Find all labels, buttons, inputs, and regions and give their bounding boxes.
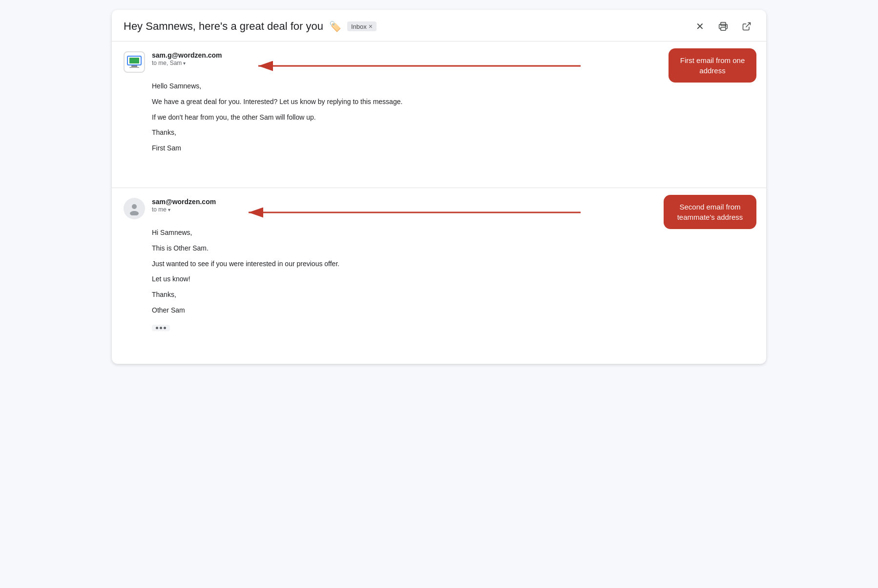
expand-dots-button-2[interactable] <box>152 325 170 331</box>
dots-row-2 <box>124 320 754 331</box>
email-body-1: Hello Samnews, We have a great deal for … <box>124 81 754 154</box>
email-body-line-2-3: Just wanted to see if you were intereste… <box>152 258 754 270</box>
email-from-1: sam.g@wordzen.com <box>152 51 689 59</box>
tag-icon: 🏷️ <box>329 21 341 32</box>
email-body-line-2-4: Let us know! <box>152 273 754 285</box>
email-to-text-2: to me <box>152 206 167 213</box>
email-card-2-inner: sam@wordzen.com to me ▾ ☆ <box>124 198 754 219</box>
thread-header-right: ✕ <box>692 19 754 34</box>
email-body-line-1-3: If we don't hear from you, the other Sam… <box>152 112 754 124</box>
email-body-line-2-6: Other Sam <box>152 305 754 316</box>
to-chevron-1[interactable]: ▾ <box>183 61 186 66</box>
email-card-1: sam.g@wordzen.com to me, Sam ▾ ☆ <box>112 42 766 188</box>
annotation-bubble-1: First email from one address <box>669 48 756 83</box>
email-body-line-1-4: Thanks, <box>152 127 754 139</box>
svg-rect-0 <box>721 22 726 26</box>
email-thread-container: Hey Samnews, here's a great deal for you… <box>112 10 766 364</box>
email-body-line-1-5: First Sam <box>152 143 754 154</box>
email-meta-1: sam.g@wordzen.com to me, Sam ▾ <box>152 51 689 66</box>
annotation-text-2: Second email from teammate's address <box>677 203 743 221</box>
inbox-badge-close-button[interactable]: × <box>369 22 373 30</box>
inbox-badge-label: Inbox <box>351 23 367 30</box>
annotation-bubble-2: Second email from teammate's address <box>664 195 756 229</box>
email-to-line-1: to me, Sam ▾ <box>152 60 689 66</box>
svg-point-14 <box>132 204 137 209</box>
email-to-text-1: to me, Sam <box>152 60 182 66</box>
inbox-badge: Inbox × <box>347 21 376 31</box>
open-in-new-button[interactable] <box>739 19 754 34</box>
svg-rect-1 <box>721 27 726 31</box>
email-body-line-2-5: Thanks, <box>152 289 754 301</box>
svg-point-15 <box>130 211 139 215</box>
thread-header: Hey Samnews, here's a great deal for you… <box>112 10 766 42</box>
svg-rect-8 <box>129 67 139 68</box>
thread-title: Hey Samnews, here's a great deal for you <box>124 20 323 33</box>
email-meta-2: sam@wordzen.com to me ▾ <box>152 198 689 213</box>
svg-point-2 <box>725 25 726 26</box>
dot-2 <box>160 327 162 329</box>
email-card-2: sam@wordzen.com to me ▾ ☆ <box>112 188 766 364</box>
svg-line-3 <box>746 23 750 27</box>
email-from-2: sam@wordzen.com <box>152 198 689 206</box>
svg-rect-7 <box>131 65 137 67</box>
email-card-1-inner: sam.g@wordzen.com to me, Sam ▾ ☆ <box>124 51 754 73</box>
email-to-line-2: to me ▾ <box>152 206 689 213</box>
email-body-line-2-2: This is Other Sam. <box>152 243 754 254</box>
dot-1 <box>156 327 158 329</box>
close-button[interactable]: ✕ <box>692 19 708 34</box>
email-body-line-2-1: Hi Samnews, <box>152 227 754 239</box>
dot-3 <box>164 327 166 329</box>
annotation-text-1: First email from one address <box>680 56 745 75</box>
email-body-line-1-2: We have a great deal for you. Interested… <box>152 96 754 108</box>
avatar-2 <box>124 198 145 219</box>
avatar-1 <box>124 51 145 73</box>
print-button[interactable] <box>715 19 731 34</box>
svg-rect-6 <box>129 58 139 63</box>
email-body-line-1-1: Hello Samnews, <box>152 81 754 92</box>
to-chevron-2[interactable]: ▾ <box>168 207 170 212</box>
email-body-2: Hi Samnews, This is Other Sam. Just want… <box>124 227 754 316</box>
thread-header-left: Hey Samnews, here's a great deal for you… <box>124 20 692 33</box>
